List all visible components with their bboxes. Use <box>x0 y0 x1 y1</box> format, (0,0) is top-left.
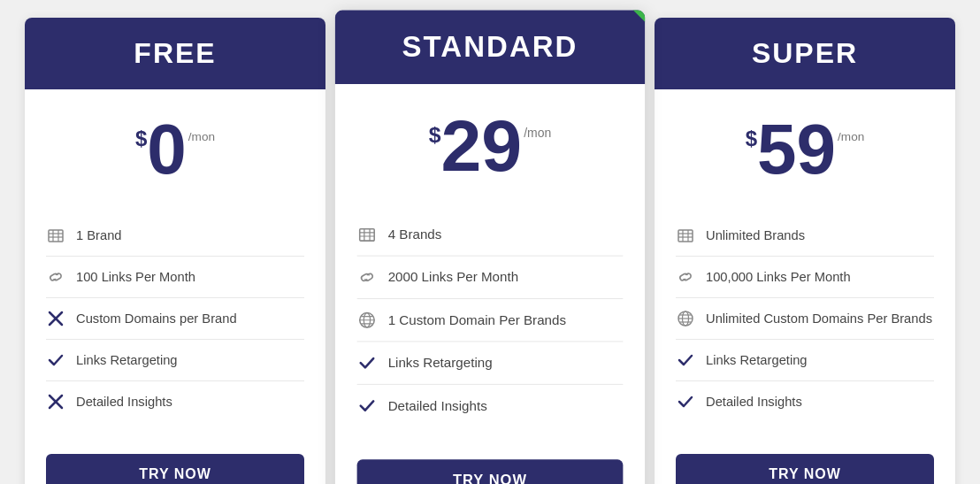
check-icon <box>676 392 695 411</box>
feature-text: 100,000 Links Per Month <box>706 270 851 284</box>
check-icon <box>46 350 65 370</box>
try-now-button-super[interactable]: TRY NOW <box>676 454 934 484</box>
plan-card-super: SUPER $ 59 /mon Unlimited Brands <box>655 18 955 484</box>
link-icon <box>46 267 65 287</box>
popular-badge: POPULAR <box>599 11 645 28</box>
building-icon <box>46 226 65 245</box>
plan-action-free: TRY NOW <box>25 440 325 484</box>
feature-item: 100 Links Per Month <box>46 257 304 298</box>
feature-item: Unlimited Brands <box>676 215 934 257</box>
price-period: /mon <box>188 130 215 143</box>
feature-item: 1 Brand <box>46 215 304 257</box>
feature-text: 2000 Links Per Month <box>388 270 518 284</box>
plan-header-free: FREE <box>25 18 325 89</box>
feature-item: 2000 Links Per Month <box>357 257 624 299</box>
link-icon <box>676 267 695 287</box>
plan-price-super: $ 59 /mon <box>655 89 955 206</box>
plan-action-standard: TRY NOW <box>335 445 645 484</box>
plan-features-standard: 4 Brands 2000 Links Per Month 1 Custom D… <box>335 204 645 445</box>
plan-card-standard: STANDARD POPULAR $ 29 /mon 4 Brands <box>335 11 645 484</box>
pricing-plans: FREE $ 0 /mon 1 Brand <box>18 18 962 484</box>
feature-item: Unlimited Custom Domains Per Brands <box>676 298 934 340</box>
x-icon <box>46 392 65 411</box>
feature-item: Custom Domains per Brand <box>46 298 304 340</box>
price-dollar: $ <box>429 122 441 148</box>
svg-rect-19 <box>678 230 693 242</box>
feature-item: 100,000 Links Per Month <box>676 257 934 298</box>
feature-item: Detailed Insights <box>46 381 304 422</box>
feature-text: Detailed Insights <box>388 398 487 412</box>
x-icon <box>46 309 65 328</box>
link-icon <box>357 267 378 288</box>
feature-text: Links Retargeting <box>76 353 178 367</box>
feature-text: 100 Links Per Month <box>76 270 195 284</box>
price-period: /mon <box>524 126 551 139</box>
price-dollar: $ <box>135 127 147 151</box>
feature-item: Links Retargeting <box>357 342 624 384</box>
building-icon <box>357 225 378 245</box>
feature-item: Detailed Insights <box>357 385 624 426</box>
feature-text: 4 Brands <box>388 227 442 242</box>
plan-card-free: FREE $ 0 /mon 1 Brand <box>25 18 325 484</box>
feature-item: Links Retargeting <box>46 340 304 381</box>
globe-icon <box>676 309 695 328</box>
check-icon <box>357 396 378 416</box>
feature-text: 1 Custom Domain Per Brands <box>388 313 566 327</box>
feature-text: 1 Brand <box>76 228 122 242</box>
feature-item: 4 Brands <box>357 213 624 256</box>
plan-header-standard: STANDARD POPULAR <box>335 11 645 84</box>
price-amount: 0 <box>147 114 187 185</box>
feature-text: Custom Domains per Brand <box>76 311 237 326</box>
svg-rect-0 <box>49 230 63 242</box>
svg-rect-9 <box>360 229 374 241</box>
price-amount: 59 <box>757 114 836 185</box>
try-now-button-free[interactable]: TRY NOW <box>46 454 304 484</box>
check-icon <box>357 353 378 373</box>
price-period: /mon <box>838 130 864 143</box>
feature-text: Detailed Insights <box>76 395 172 409</box>
price-dollar: $ <box>746 127 757 151</box>
feature-text: Links Retargeting <box>388 356 493 370</box>
plan-action-super: TRY NOW <box>655 440 955 484</box>
plan-header-super: SUPER <box>655 18 955 89</box>
feature-text: Unlimited Custom Domains Per Brands <box>706 311 932 326</box>
plan-features-free: 1 Brand 100 Links Per Month Custom Domai… <box>25 206 325 440</box>
feature-item: 1 Custom Domain Per Brands <box>357 299 624 342</box>
feature-item: Detailed Insights <box>676 381 934 422</box>
feature-text: Detailed Insights <box>706 395 802 409</box>
check-icon <box>676 350 695 370</box>
price-amount: 29 <box>440 110 522 182</box>
plan-features-super: Unlimited Brands 100,000 Links Per Month… <box>655 206 955 440</box>
globe-icon <box>357 310 378 330</box>
building-icon <box>676 226 695 245</box>
feature-text: Unlimited Brands <box>706 228 805 242</box>
feature-item: Links Retargeting <box>676 340 934 381</box>
plan-price-free: $ 0 /mon <box>25 89 325 206</box>
feature-text: Links Retargeting <box>706 353 808 367</box>
plan-price-standard: $ 29 /mon <box>335 84 645 204</box>
try-now-button-standard[interactable]: TRY NOW <box>357 459 624 484</box>
